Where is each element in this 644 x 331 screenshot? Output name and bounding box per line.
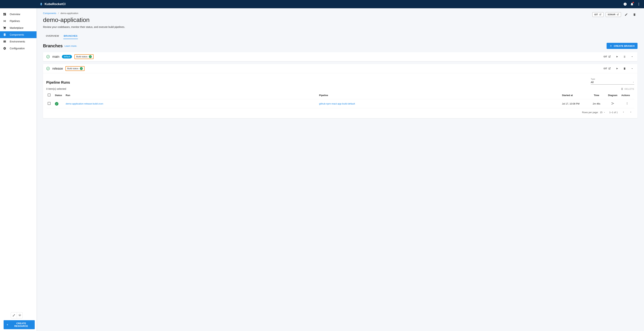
branch-delete-button[interactable] [622,66,627,71]
diagram-button[interactable] [611,103,614,106]
branch-delete-button[interactable] [622,54,627,59]
run-time: 2m 46s [588,99,606,108]
svg-point-14 [614,103,614,104]
sidebar-item-label: Pipelines [10,20,20,22]
run-status-icon [55,102,58,106]
branches-title: Branches [43,43,62,48]
sonar-button[interactable]: SONAR [606,12,621,17]
default-pill: default [62,55,72,58]
sidebar-item-components[interactable]: Components [0,31,36,38]
breadcrumb-current: demo-application [60,12,78,14]
brush-icon[interactable] [11,312,17,318]
more-icon[interactable] [635,1,642,8]
sidebar-item-label: Marketplace [10,26,24,29]
sidebar-item-overview[interactable]: Overview [0,11,36,18]
branch-git-button[interactable]: GIT [603,66,612,71]
chevron-down-icon [632,81,634,83]
create-resource-button[interactable]: CREATE RESOURCE [4,320,35,329]
create-resource-label: CREATE RESOURCE [10,322,32,328]
branch-run-button[interactable] [615,66,619,71]
tab-branches[interactable]: BRANCHES [63,33,78,39]
trash-icon [620,88,624,90]
branch-collapse-button[interactable] [630,66,634,71]
sidebar-item-pipelines[interactable]: Pipelines [0,18,36,24]
environments-icon [3,40,6,43]
play-icon [616,67,618,70]
bulk-delete-button[interactable]: DELETE [620,88,634,90]
pagination-range: 1–1 of 1 [609,111,618,114]
sidebar: Overview Pipelines Marketplace Component… [0,8,36,331]
pagination-next[interactable] [629,110,633,114]
pencil-icon [624,13,628,16]
status-ok-icon [46,55,50,58]
branch-body: Pipeline Runs Type All 0 item(s) selecte… [43,73,638,118]
sidebar-item-configuration[interactable]: Configuration [0,45,36,52]
k8s-icon[interactable] [17,312,22,318]
branch-card-release: release Build status GIT Pip [43,64,638,118]
col-time: Time [588,92,606,99]
type-filter[interactable]: Type All [591,78,634,84]
build-status-badge: Build status [66,66,84,71]
svg-point-0 [41,3,42,4]
sidebar-item-marketplace[interactable]: Marketplace [0,24,36,31]
learn-more-link[interactable]: Learn more. [64,44,77,47]
branch-expand-button[interactable] [630,54,634,59]
branch-run-button[interactable] [615,54,619,59]
svg-rect-8 [4,42,6,43]
svg-point-12 [612,102,612,103]
pagination: Rows per page: 15 1–1 of 1 [46,108,634,116]
svg-point-10 [46,55,50,58]
brand: KubeRocketCI [39,2,66,6]
col-run: Run [64,92,318,99]
svg-text:i: i [625,3,625,5]
row-checkbox[interactable] [48,102,50,105]
trash-icon [623,67,626,70]
sidebar-item-environments[interactable]: Environments [0,38,36,45]
info-icon[interactable]: i [622,1,628,8]
play-icon [616,55,618,58]
page-description: Review your codebases, monitor their sta… [43,26,638,28]
create-branch-button[interactable]: CREATE BRANCH [606,43,638,49]
breadcrumb: Components / demo-application [43,12,90,14]
col-actions: Actions [620,92,634,99]
page-title: demo-application [43,16,90,24]
col-started: Started at [560,92,588,99]
edit-button[interactable] [623,12,629,18]
table-row: demo-application-release-build-zcxn gith… [46,99,634,108]
run-link[interactable]: demo-application-release-build-zcxn [66,102,103,105]
tab-overview[interactable]: OVERVIEW [46,33,59,39]
col-status: Status [54,92,64,99]
type-filter-value: All [591,81,594,84]
rocket-icon [39,2,43,6]
gear-icon [3,47,6,50]
branch-name: main [52,55,59,59]
delete-button[interactable] [632,12,638,18]
breadcrumb-root[interactable]: Components [43,12,56,14]
col-diagram: Diagram [606,92,620,99]
pagination-prev[interactable] [621,110,625,114]
breadcrumb-separator: / [58,12,59,14]
main-content: Components / demo-application demo-appli… [36,8,644,331]
pipeline-link[interactable]: github-npm-react-app-build-default [319,102,355,105]
col-pipeline: Pipeline [318,92,560,99]
pipeline-runs-title: Pipeline Runs [46,80,70,84]
branch-head[interactable]: main default Build status GIT [43,52,638,61]
svg-point-15 [627,102,628,103]
svg-point-9 [20,315,20,316]
git-button[interactable]: GIT [592,12,604,17]
svg-point-11 [46,67,50,70]
branch-head[interactable]: release Build status GIT [43,64,638,73]
branch-git-button[interactable]: GIT [603,54,612,59]
chevron-left-icon [622,111,624,113]
check-icon [89,55,92,58]
brand-text: KubeRocketCI [44,2,66,6]
notifications-icon[interactable] [628,1,635,8]
rows-per-page-select[interactable]: 15 [600,111,606,114]
started-at: Jul 17, 10:08 PM [560,99,588,108]
selected-count: 0 item(s) selected [46,88,66,90]
sidebar-item-label: Components [10,33,24,36]
row-actions-button[interactable] [626,103,628,106]
external-link-icon [599,13,602,16]
cart-icon [3,26,6,30]
select-all-checkbox[interactable] [48,94,50,96]
